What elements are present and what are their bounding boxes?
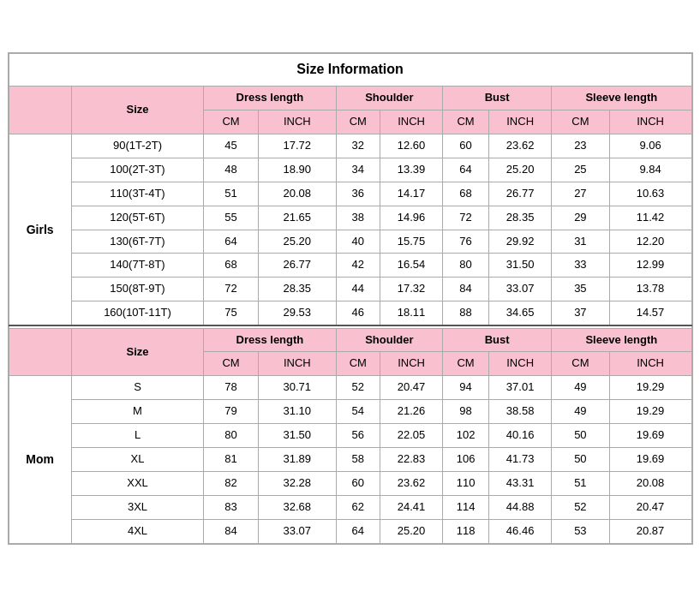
- sh-cm-cell: 58: [336, 448, 380, 472]
- sl-inch-cell: 9.84: [609, 158, 691, 182]
- size-cell: 150(8T-9T): [71, 278, 203, 301]
- dl-inch-cell: 20.08: [258, 182, 336, 206]
- dl-cm-cell: 45: [204, 134, 259, 158]
- b-inch-cell: 33.07: [489, 278, 552, 301]
- size-cell: 140(7T-8T): [71, 254, 203, 278]
- mom-sl-cm: CM: [552, 352, 609, 376]
- mom-sl-inch: INCH: [609, 352, 691, 376]
- b-inch-cell: 29.92: [489, 230, 552, 254]
- b-cm-cell: 60: [443, 134, 489, 158]
- sh-cm-cell: 56: [336, 424, 380, 448]
- sh-inch-cell: 17.32: [380, 278, 442, 301]
- size-cell: XL: [71, 448, 203, 472]
- sh-inch-cell: 21.26: [380, 400, 442, 424]
- sl-cm-cell: 37: [552, 301, 609, 325]
- b-cm-cell: 64: [443, 158, 489, 182]
- dl-inch-cell: 25.20: [258, 230, 336, 254]
- b-inch-cell: 23.62: [489, 134, 552, 158]
- sh-inch-cell: 20.47: [380, 376, 442, 400]
- dl-inch-cell: 29.53: [258, 301, 336, 325]
- b-cm-cell: 98: [443, 400, 489, 424]
- sh-cm-cell: 34: [336, 158, 380, 182]
- sl-inch-cell: 20.47: [609, 495, 691, 519]
- b-cm-cell: 94: [443, 376, 489, 400]
- mom-b-inch: INCH: [489, 352, 552, 376]
- size-cell: L: [71, 424, 203, 448]
- mom-sh-cm: CM: [336, 352, 380, 376]
- size-table-wrapper: Size Information Size Dress length Shoul…: [8, 52, 693, 544]
- mom-b-cm: CM: [443, 352, 489, 376]
- table-row: 100(2T-3T) 48 18.90 34 13.39 64 25.20 25…: [9, 158, 691, 182]
- table-row: XL 81 31.89 58 22.83 106 41.73 50 19.69: [9, 448, 691, 472]
- mom-size-header: Size: [71, 328, 203, 376]
- sh-inch-cell: 22.83: [380, 448, 442, 472]
- dl-cm-cell: 48: [204, 158, 259, 182]
- table-title: Size Information: [9, 54, 691, 87]
- b-cm-cell: 118: [443, 519, 489, 543]
- sh-cm-cell: 38: [336, 206, 380, 230]
- sl-inch-cell: 10.63: [609, 182, 691, 206]
- size-cell: 130(6T-7T): [71, 230, 203, 254]
- table-row: 120(5T-6T) 55 21.65 38 14.96 72 28.35 29…: [9, 206, 691, 230]
- girls-b-inch: INCH: [489, 110, 552, 134]
- size-cell: S: [71, 376, 203, 400]
- dl-inch-cell: 31.10: [258, 400, 336, 424]
- sl-cm-cell: 29: [552, 206, 609, 230]
- sl-cm-cell: 51: [552, 471, 609, 495]
- table-row: 130(6T-7T) 64 25.20 40 15.75 76 29.92 31…: [9, 230, 691, 254]
- sl-cm-cell: 33: [552, 254, 609, 278]
- table-row: XXL 82 32.28 60 23.62 110 43.31 51 20.08: [9, 471, 691, 495]
- b-inch-cell: 37.01: [489, 376, 552, 400]
- sh-inch-cell: 12.60: [380, 134, 442, 158]
- sh-inch-cell: 15.75: [380, 230, 442, 254]
- mom-header-group: Size Dress length Shoulder Bust Sleeve l…: [9, 328, 691, 352]
- b-cm-cell: 76: [443, 230, 489, 254]
- girls-sh-cm: CM: [336, 110, 380, 134]
- sh-cm-cell: 40: [336, 230, 380, 254]
- girls-sleeve-length-header: Sleeve length: [552, 87, 691, 110]
- sh-inch-cell: 13.39: [380, 158, 442, 182]
- table-row: L 80 31.50 56 22.05 102 40.16 50 19.69: [9, 424, 691, 448]
- sl-inch-cell: 13.78: [609, 278, 691, 301]
- mom-dl-inch: INCH: [258, 352, 336, 376]
- sl-inch-cell: 19.29: [609, 400, 691, 424]
- b-cm-cell: 84: [443, 278, 489, 301]
- dl-cm-cell: 64: [204, 230, 259, 254]
- sh-inch-cell: 16.54: [380, 254, 442, 278]
- girls-section-label: [9, 87, 71, 134]
- sl-cm-cell: 49: [552, 376, 609, 400]
- girls-header-group: Size Dress length Shoulder Bust Sleeve l…: [9, 87, 691, 110]
- girls-label: Girls: [9, 134, 71, 325]
- sl-inch-cell: 20.87: [609, 519, 691, 543]
- dl-cm-cell: 72: [204, 278, 259, 301]
- sh-cm-cell: 36: [336, 182, 380, 206]
- girls-sh-inch: INCH: [380, 110, 442, 134]
- dl-inch-cell: 31.50: [258, 424, 336, 448]
- dl-cm-cell: 83: [204, 495, 259, 519]
- size-cell: M: [71, 400, 203, 424]
- b-cm-cell: 88: [443, 301, 489, 325]
- dl-inch-cell: 18.90: [258, 158, 336, 182]
- size-table: Size Information Size Dress length Shoul…: [9, 53, 692, 543]
- sl-inch-cell: 19.69: [609, 424, 691, 448]
- dl-cm-cell: 79: [204, 400, 259, 424]
- mom-shoulder-header: Shoulder: [336, 328, 442, 352]
- sh-cm-cell: 46: [336, 301, 380, 325]
- dl-inch-cell: 17.72: [258, 134, 336, 158]
- b-inch-cell: 46.46: [489, 519, 552, 543]
- sl-inch-cell: 12.20: [609, 230, 691, 254]
- dl-inch-cell: 32.28: [258, 471, 336, 495]
- dl-cm-cell: 80: [204, 424, 259, 448]
- sl-cm-cell: 53: [552, 519, 609, 543]
- size-cell: 3XL: [71, 495, 203, 519]
- title-row: Size Information: [9, 54, 691, 87]
- b-inch-cell: 28.35: [489, 206, 552, 230]
- b-cm-cell: 72: [443, 206, 489, 230]
- sl-inch-cell: 19.69: [609, 448, 691, 472]
- b-cm-cell: 106: [443, 448, 489, 472]
- sl-cm-cell: 25: [552, 158, 609, 182]
- girls-b-cm: CM: [443, 110, 489, 134]
- dl-inch-cell: 28.35: [258, 278, 336, 301]
- girls-size-header: Size: [71, 87, 203, 134]
- sl-inch-cell: 11.42: [609, 206, 691, 230]
